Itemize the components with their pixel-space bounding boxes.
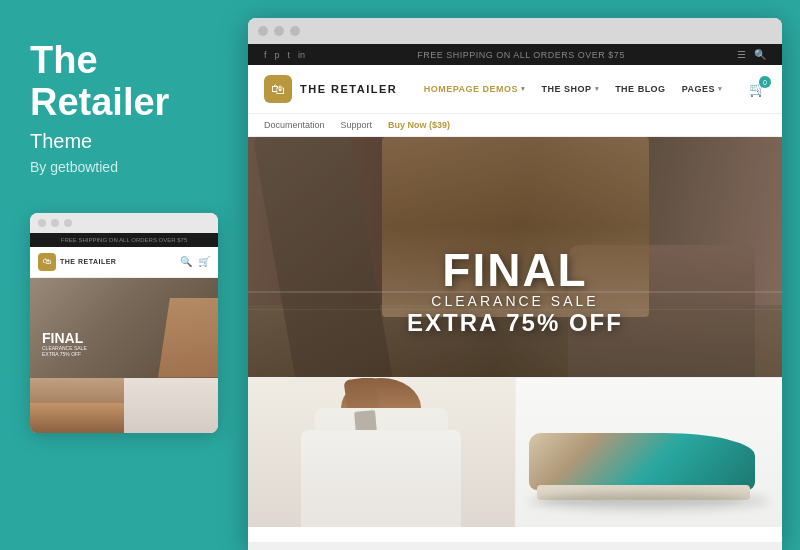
mini-dot-1 — [38, 219, 46, 227]
mini-hero: FINAL CLEARANCE SALEEXTRA 75% OFF — [30, 278, 218, 378]
nav-the-blog[interactable]: THE BLOG — [615, 84, 666, 94]
mini-logo-icon: 🛍 — [38, 253, 56, 271]
theme-title: The Retailer Theme By getbowtied — [30, 40, 218, 205]
social-icons: f p t in — [264, 50, 305, 60]
product-image-2 — [516, 378, 783, 527]
nav-homepage-demos[interactable]: HOMEPAGE DEMOS ▾ — [424, 84, 526, 94]
mini-browser-bar — [30, 213, 218, 233]
site-nav: 🛍 THE RETAILER HOMEPAGE DEMOS ▾ THE SHOP… — [248, 65, 782, 114]
nav-icons: 🛒 0 — [749, 81, 766, 97]
hero-final-text: FINAL — [407, 247, 623, 293]
hero-text: FINAL CLEARANCE SALE EXTRA 75% OFF — [407, 247, 623, 337]
topbar-menu-icon[interactable]: ☰ — [737, 49, 746, 60]
shipping-notice: FREE SHIPPING ON ALL ORDERS OVER $75 — [417, 50, 625, 60]
nav-pages[interactable]: PAGES ▾ — [682, 84, 723, 94]
hero-clearance-text: CLEARANCE SALE — [407, 293, 623, 309]
mini-cart-icon: 🛒 — [198, 256, 210, 267]
topbar-right: ☰ 🔍 — [737, 49, 766, 60]
mini-browser-preview: FREE SHIPPING ON ALL ORDERS OVER $75 🛍 T… — [30, 213, 218, 433]
pinterest-icon[interactable]: p — [275, 50, 280, 60]
dropdown-chevron-pages: ▾ — [718, 85, 723, 93]
left-panel: The Retailer Theme By getbowtied FREE SH… — [0, 0, 248, 550]
theme-author: By getbowtied — [30, 159, 218, 175]
site-topbar: f p t in FREE SHIPPING ON ALL ORDERS OVE… — [248, 44, 782, 65]
instagram-icon[interactable]: in — [298, 50, 305, 60]
product-image-1 — [248, 378, 515, 527]
hero-section: FINAL CLEARANCE SALE EXTRA 75% OFF — [248, 137, 782, 377]
twitter-icon[interactable]: t — [288, 50, 291, 60]
mini-topbar: FREE SHIPPING ON ALL ORDERS OVER $75 — [30, 233, 218, 247]
mini-thumbnails: FINAL EXTRA 75% OFF — [30, 378, 218, 433]
topbar-search-icon[interactable]: 🔍 — [754, 49, 766, 60]
mini-dot-2 — [51, 219, 59, 227]
mini-nav: 🛍 THE RETAILER 🔍 🛒 — [30, 247, 218, 278]
subnav-support[interactable]: Support — [341, 120, 373, 130]
mini-dot-3 — [64, 219, 72, 227]
cart-button[interactable]: 🛒 0 — [749, 81, 766, 97]
sub-nav: Documentation Support Buy Now ($39) — [248, 114, 782, 137]
brand-name: THE RETAILER — [300, 83, 397, 95]
mini-brand-name: THE RETAILER — [60, 258, 116, 265]
mini-logo: 🛍 THE RETAILER — [38, 253, 116, 271]
site-logo: 🛍 THE RETAILER — [264, 75, 397, 103]
subnav-documentation[interactable]: Documentation — [264, 120, 325, 130]
mini-thumb-2 — [124, 378, 218, 433]
dropdown-chevron: ▾ — [521, 85, 526, 93]
mini-thumb-1: FINAL EXTRA 75% OFF — [30, 378, 124, 433]
mini-clearance-text: CLEARANCE SALEEXTRA 75% OFF — [42, 345, 87, 358]
browser-chrome-bar — [248, 18, 782, 44]
cart-badge: 0 — [759, 76, 771, 88]
product-thumbnails-row — [248, 377, 782, 527]
browser-dot-3 — [290, 26, 300, 36]
browser-dot-2 — [274, 26, 284, 36]
mini-final-text: FINAL — [42, 331, 87, 345]
product-thumb-1[interactable] — [248, 378, 516, 527]
product-thumb-2[interactable] — [516, 378, 783, 527]
theme-title-text: The Retailer — [30, 40, 218, 124]
website-content: f p t in FREE SHIPPING ON ALL ORDERS OVE… — [248, 44, 782, 542]
nav-the-shop[interactable]: THE SHOP ▾ — [542, 84, 600, 94]
mini-search-icon: 🔍 — [180, 256, 192, 267]
mini-nav-icons: 🔍 🛒 — [180, 256, 210, 267]
nav-menu: HOMEPAGE DEMOS ▾ THE SHOP ▾ THE BLOG PAG… — [424, 84, 723, 94]
main-browser: f p t in FREE SHIPPING ON ALL ORDERS OVE… — [248, 18, 782, 550]
hero-extra-text: EXTRA 75% OFF — [407, 309, 623, 337]
browser-dot-1 — [258, 26, 268, 36]
logo-icon: 🛍 — [264, 75, 292, 103]
theme-subtitle: Theme — [30, 130, 218, 153]
facebook-icon[interactable]: f — [264, 50, 267, 60]
subnav-buy-now[interactable]: Buy Now ($39) — [388, 120, 450, 130]
mini-sale-overlay: FINAL CLEARANCE SALEEXTRA 75% OFF — [42, 331, 87, 358]
dropdown-chevron-shop: ▾ — [595, 85, 600, 93]
